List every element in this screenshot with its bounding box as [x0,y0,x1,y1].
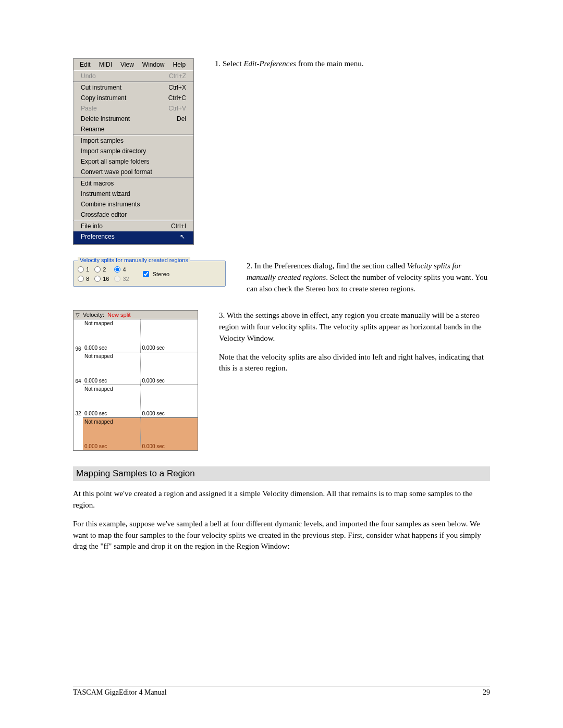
velocity-split-2[interactable]: Not mapped0.000 sec 0.000 sec [83,385,198,417]
menu-window[interactable]: Window [138,60,169,69]
menu-export-all-sample-folders[interactable]: Export all sample folders [74,156,193,167]
section-heading: Mapping Samples to a Region [73,466,490,481]
collapse-icon[interactable]: ▽ [76,312,80,318]
menu-copy-instrument[interactable]: Copy instrumentCtrl+C [74,93,193,103]
menu-edit[interactable]: Edit [76,60,95,69]
menu-undo: UndoCtrl+Z [74,71,193,81]
menu-convert-wave-pool-format[interactable]: Convert wave pool format [74,167,193,177]
stereo-checkbox[interactable] [143,271,149,277]
menu-help[interactable]: Help [169,60,190,69]
body-paragraph-2: For this example, suppose we've sampled … [73,519,490,552]
velocity-window: ▽ Velocity: New split 96 64 32 Not mappe… [73,310,198,451]
menu-edit-macros[interactable]: Edit macros [74,178,193,189]
menu-paste: PasteCtrl+V [74,103,193,114]
velocity-split-4[interactable]: Not mapped0.000 sec 0.000 sec [83,319,198,352]
cursor-icon: ↖ [180,233,186,242]
groupbox-title: Velocity splits for manually created reg… [78,257,190,263]
menu-rename[interactable]: Rename [74,124,193,134]
menu-instrument-wizard[interactable]: Instrument wizard [74,189,193,199]
menu-combine-instruments[interactable]: Combine instruments [74,199,193,209]
menu-cut-instrument[interactable]: Cut instrumentCtrl+X [74,82,193,93]
edit-menu-screenshot: Edit MIDI View Window Help UndoCtrl+Z Cu… [73,58,194,245]
menubar: Edit MIDI View Window Help [74,59,193,70]
velocity-split-1[interactable]: Not mapped0.000 sec 0.000 sec [83,417,198,450]
page-footer: TASCAM GigaEditor 4 Manual 29 [73,686,490,697]
step-1-text: 1. Select Edit-Preferences from the main… [215,58,490,70]
step-3-text: 3. With the settings above in effect, an… [219,310,490,374]
menu-import-sample-directory[interactable]: Import sample directory [74,146,193,156]
menu-delete-instrument[interactable]: Delete instrumentDel [74,114,193,124]
menu-file-info[interactable]: File infoCtrl+I [74,221,193,231]
radio-32: 32 [114,276,129,282]
radio-8[interactable]: 8 [78,276,89,282]
menu-import-samples[interactable]: Import samples [74,135,193,146]
step-2-text: 2. In the Preferences dialog, find the s… [247,261,490,294]
radio-2[interactable]: 2 [94,266,109,273]
body-paragraph-1: At this point we've created a region and… [73,488,490,511]
radio-4[interactable]: 4 [114,266,129,273]
menu-view[interactable]: View [116,60,138,69]
menu-crossfade-editor[interactable]: Crossfade editor [74,209,193,220]
page-number: 29 [483,688,490,697]
radio-16[interactable]: 16 [94,276,109,282]
footer-title: TASCAM GigaEditor 4 Manual [73,688,167,697]
velocity-split-3[interactable]: Not mapped0.000 sec 0.000 sec [83,352,198,385]
velocity-header: ▽ Velocity: New split [74,311,198,319]
velocity-ruler: 96 64 32 [74,319,83,450]
velocity-splits-groupbox: Velocity splits for manually created reg… [73,261,226,287]
radio-1[interactable]: 1 [78,266,89,273]
menu-preferences[interactable]: Preferences↖ [74,231,193,244]
menu-midi[interactable]: MIDI [95,60,116,69]
stereo-label: Stereo [153,271,169,277]
